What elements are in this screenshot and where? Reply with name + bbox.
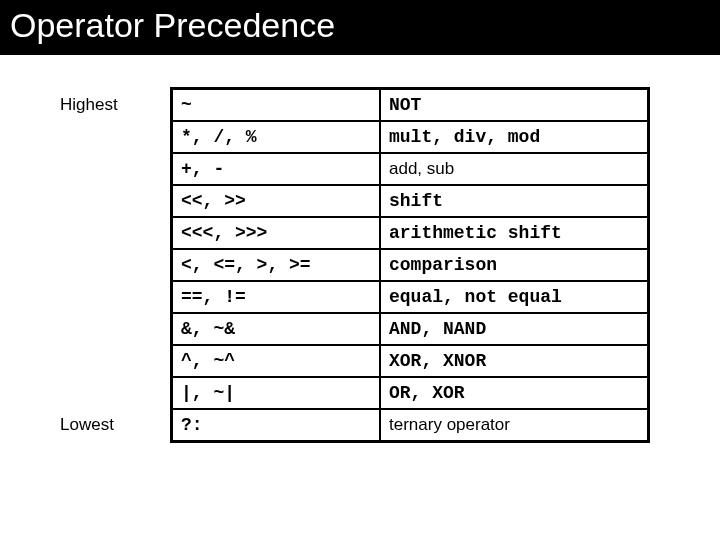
operators-cell: ==, != [172, 281, 381, 313]
operators-cell: <, <=, >, >= [172, 249, 381, 281]
operators-cell: *, /, % [172, 121, 381, 153]
description-cell: arithmetic shift [380, 217, 649, 249]
description-cell: ternary operator [380, 409, 649, 442]
table-row: +, -add, sub [172, 153, 649, 185]
description-cell: shift [380, 185, 649, 217]
description-cell: AND, NAND [380, 313, 649, 345]
operators-cell: |, ~| [172, 377, 381, 409]
table-row: <<, >>shift [172, 185, 649, 217]
description-cell: comparison [380, 249, 649, 281]
description-cell: equal, not equal [380, 281, 649, 313]
table-row: ^, ~^XOR, XNOR [172, 345, 649, 377]
table-row: ~NOT [172, 89, 649, 122]
operators-cell: &, ~& [172, 313, 381, 345]
table-row: ==, !=equal, not equal [172, 281, 649, 313]
description-cell: add, sub [380, 153, 649, 185]
operators-cell: ^, ~^ [172, 345, 381, 377]
table-row: *, /, %mult, div, mod [172, 121, 649, 153]
slide-content: Highest Lowest ~NOT*, /, %mult, div, mod… [0, 57, 720, 443]
operators-cell: <<<, >>> [172, 217, 381, 249]
label-lowest: Lowest [60, 415, 114, 435]
description-cell: XOR, XNOR [380, 345, 649, 377]
description-cell: NOT [380, 89, 649, 122]
operators-cell: ?: [172, 409, 381, 442]
slide-title: Operator Precedence [0, 0, 720, 57]
table-row: <<<, >>>arithmetic shift [172, 217, 649, 249]
label-highest: Highest [60, 95, 118, 115]
description-cell: OR, XOR [380, 377, 649, 409]
precedence-labels: Highest Lowest [60, 87, 170, 443]
precedence-table: ~NOT*, /, %mult, div, mod+, -add, sub<<,… [170, 87, 650, 443]
table-row: ?:ternary operator [172, 409, 649, 442]
table-row: &, ~&AND, NAND [172, 313, 649, 345]
operators-cell: ~ [172, 89, 381, 122]
description-cell: mult, div, mod [380, 121, 649, 153]
table-row: <, <=, >, >=comparison [172, 249, 649, 281]
table-row: |, ~|OR, XOR [172, 377, 649, 409]
operators-cell: <<, >> [172, 185, 381, 217]
operators-cell: +, - [172, 153, 381, 185]
